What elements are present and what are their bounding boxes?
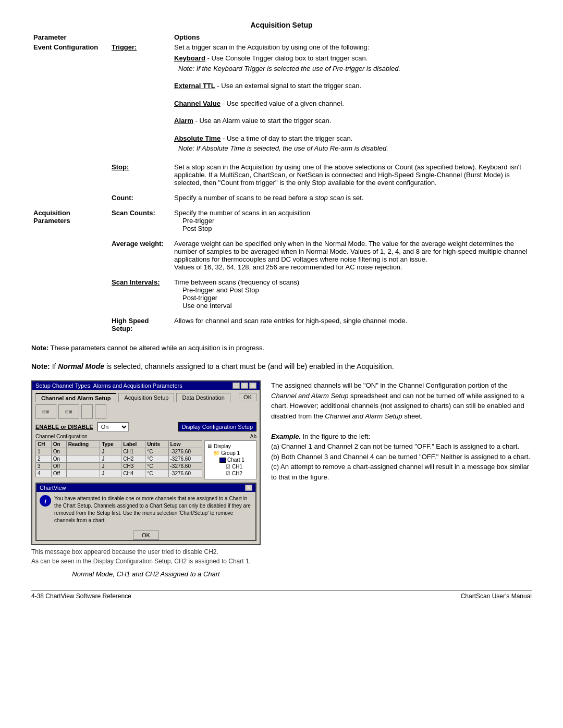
trigger-keyboard-row: Keyboard - Use Console Trigger dialog bo…	[31, 52, 532, 75]
main-content-table: Parameter Options Event Configuration Tr…	[31, 32, 532, 334]
close-btn[interactable]: ×	[249, 382, 256, 389]
minimize-btn[interactable]: _	[232, 382, 240, 389]
trigger-channel-row: Channel Value - Use specified value of a…	[31, 97, 532, 110]
scan-intervals-desc: Time between scans (frequency of scans) …	[172, 277, 532, 311]
tab-channel-alarm[interactable]: Channel and Alarm Setup	[35, 393, 116, 402]
tree-ch2-label: CH2	[232, 471, 242, 476]
scan-counts-key: Scan Counts:	[109, 208, 172, 233]
tree-group1: 📁 Group 1	[207, 450, 254, 456]
channel-table: CH On Reading Type Label Units Low	[35, 440, 202, 477]
ok-button[interactable]: OK	[239, 393, 256, 401]
scan-intervals-key: Scan Intervals:	[109, 277, 172, 311]
chart-icon	[219, 458, 226, 463]
col-on: On	[51, 441, 66, 448]
info-icon: i	[40, 495, 51, 507]
table-row: 2 On J CH2 °C -3276.60	[36, 455, 202, 463]
stop-desc: Set a stop scan in the Acquisition by us…	[172, 162, 532, 188]
enable-select[interactable]: On Off	[97, 422, 129, 431]
count-desc: Specify a number of scans to be read bef…	[172, 193, 532, 203]
avg-weight-row: Average weight: Average weight can be sp…	[31, 239, 532, 272]
dialog-title: Setup Channel Types, Alarms and Acquisit…	[35, 382, 182, 389]
acq-params-row: Acquisition Parameters Scan Counts: Spec…	[31, 208, 532, 233]
table-row: 1 On J CH1 °C -3276.60	[36, 448, 202, 455]
dialog-tabs: Channel and Alarm Setup Acquisition Setu…	[35, 393, 231, 402]
chartview-body: i You have attempted to disable one or m…	[36, 492, 255, 527]
col-label: Label	[121, 441, 145, 448]
chartview-dialog: ChartView × i You have attempted to disa…	[35, 483, 256, 541]
tree-ch1: ☑ CH1	[207, 463, 254, 470]
tab-acquisition[interactable]: Acquisition Setup	[118, 393, 174, 402]
right-text-1: The assigned channels will be "ON" in th…	[271, 380, 532, 421]
tree-chart1-label: Chart 1	[227, 457, 244, 463]
high-speed-desc: Allows for channel and scan rate entries…	[172, 316, 532, 334]
chartview-titlebar: ChartView ×	[36, 484, 255, 492]
trigger-ttl-row: External TTL - Use an external signal to…	[31, 80, 532, 92]
tree-group1-label: Group 1	[221, 450, 240, 456]
footer: 4-38 ChartView Software Reference ChartS…	[31, 590, 532, 600]
enable-label: ENABLE or DISABLE	[35, 424, 93, 430]
tree-chart1: Chart 1	[207, 456, 254, 463]
display-tree: 🖥 Display 📁 Group 1 Chart 1	[204, 440, 256, 479]
col-reading: Reading	[66, 441, 100, 448]
trigger-alarm-row: Alarm - Use an Alarm value to start the …	[31, 115, 532, 127]
high-speed-row: High Speed Setup: Allows for channel and…	[31, 316, 532, 334]
footer-right: ChartScan User's Manual	[461, 593, 532, 600]
main-dialog: Setup Channel Types, Alarms and Acquisit…	[31, 380, 261, 545]
page: Acquisition Setup Parameter Options Even…	[31, 21, 532, 600]
tree-ch2: ☑ CH2	[207, 470, 254, 477]
folder-icon: 📁	[213, 450, 219, 456]
caption2: As can be seen in the Display Configurat…	[31, 557, 261, 566]
icon3	[81, 404, 93, 419]
right-col: The assigned channels will be "ON" in th…	[271, 380, 532, 579]
chartview-message: You have attempted to disable one or mor…	[54, 495, 252, 524]
chartview-title: ChartView	[40, 485, 66, 491]
dialog-titlebar: Setup Channel Types, Alarms and Acquisit…	[32, 381, 260, 390]
ab-label: Ab	[250, 434, 256, 439]
trigger-abstime-row: Absolute Time - Use a time of day to sta…	[31, 132, 532, 155]
maximize-btn[interactable]: □	[241, 382, 248, 389]
icon4	[95, 404, 106, 419]
scan-counts-desc: Specify the number of scans in an acquis…	[172, 208, 532, 233]
fig-caption: Normal Mode, CH1 and CH2 Assigned to a C…	[31, 569, 261, 579]
icon1: ⊞⊞	[35, 404, 56, 419]
icon-strip: ⊞⊞ ⊞⊞	[35, 404, 256, 419]
trigger-key: Trigger:	[109, 42, 172, 52]
event-config-label: Event Configuration	[31, 42, 109, 52]
tree-ch1-label: CH1	[232, 464, 242, 470]
chartview-ok-row: OK	[36, 530, 255, 540]
avg-weight-desc: Average weight can be specified only whe…	[172, 239, 532, 272]
tree-display-label: Display	[214, 443, 231, 449]
trigger-row: Event Configuration Trigger: Set a trigg…	[31, 42, 532, 52]
avg-weight-key: Average weight:	[109, 239, 172, 272]
note2: Note: If Normal Mode is selected, channe…	[31, 361, 532, 372]
channel-config-label: Channel Configuration	[35, 434, 88, 439]
ch1-check-icon: ☑	[226, 464, 230, 470]
monitor-icon: 🖥	[207, 443, 212, 449]
page-title: Acquisition Setup	[31, 21, 532, 29]
cv-close-btn[interactable]: ×	[245, 485, 252, 491]
header-param: Parameter	[31, 32, 109, 42]
left-col: Setup Channel Types, Alarms and Acquisit…	[31, 380, 261, 579]
chartview-titlebar-btns: ×	[245, 485, 252, 491]
stop-key: Stop:	[109, 162, 172, 188]
col-ch: CH	[36, 441, 52, 448]
footer-left: 4-38 ChartView Software Reference	[31, 593, 131, 600]
count-key: Count:	[109, 193, 172, 203]
chartview-ok-button[interactable]: OK	[133, 530, 159, 540]
titlebar-buttons: _ □ ×	[232, 382, 256, 389]
icon2: ⊞⊞	[58, 404, 79, 419]
col-type: Type	[100, 441, 121, 448]
note1: Note: These parameters cannot be altered…	[31, 343, 532, 353]
dialog-top-row: Channel and Alarm Setup Acquisition Setu…	[35, 393, 256, 402]
right-text-2: Example. In the figure to the left: (a) …	[271, 431, 532, 483]
dialog-body: Channel and Alarm Setup Acquisition Setu…	[32, 390, 260, 544]
high-speed-key: High Speed Setup:	[109, 316, 172, 334]
display-config-button[interactable]: Display Configuration Setup	[178, 422, 256, 431]
table-row: 4 Off J CH4 °C -3276.60	[36, 470, 202, 477]
two-col-section: Setup Channel Types, Alarms and Acquisit…	[31, 380, 532, 579]
caption1: This message box appeared because the us…	[31, 547, 261, 557]
scan-intervals-row: Scan Intervals: Time between scans (freq…	[31, 277, 532, 311]
table-row: 3 Off J CH3 °C -3276.60	[36, 463, 202, 470]
trigger-desc: Set a trigger scan in the Acquisition by…	[172, 42, 532, 52]
tab-data-dest[interactable]: Data Destination	[176, 393, 230, 402]
